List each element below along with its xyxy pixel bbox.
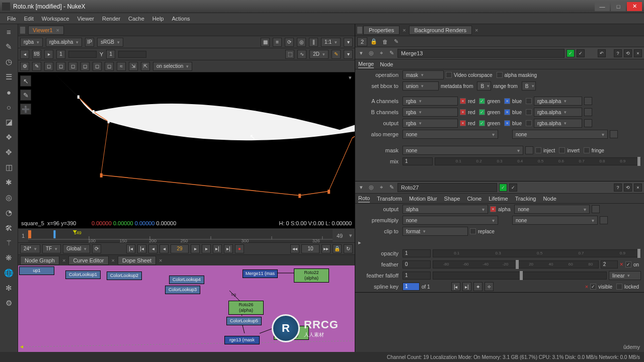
tab-merge[interactable]: Merge — [358, 60, 374, 68]
arrow-tool-icon[interactable]: ↖ — [20, 75, 31, 86]
y-value[interactable]: 1 — [106, 50, 115, 59]
spline-field[interactable]: 1 — [403, 283, 420, 291]
ip-button[interactable]: IP — [85, 38, 94, 47]
lock-icon[interactable]: 🔒 — [333, 244, 342, 253]
bchannels-dropdown[interactable]: rgba — [403, 108, 458, 117]
selection-mode-dropdown[interactable]: on selection — [153, 62, 192, 71]
out-dropdown[interactable]: rgba — [403, 119, 458, 128]
premult-menu-icon[interactable] — [600, 216, 608, 224]
inject-cb[interactable] — [535, 147, 541, 153]
menu-edit[interactable]: Edit — [20, 15, 38, 23]
amask-checkbox[interactable] — [497, 72, 503, 78]
wrench-icon[interactable]: 🛠 — [4, 222, 15, 233]
rchk1-icon[interactable]: ✓ — [499, 184, 507, 192]
rrevert-icon[interactable]: ⟲ — [624, 184, 632, 192]
node-merge13[interactable]: rge13 (mask — [224, 336, 260, 344]
sync-icon[interactable]: ⟳ — [92, 244, 101, 253]
ach-blue-cb[interactable]: × — [504, 98, 510, 104]
timeline-menu-icon[interactable]: ▾ — [347, 232, 355, 239]
picker-icon[interactable]: ✎ — [32, 62, 41, 71]
key-add-icon[interactable]: ✦ — [473, 282, 482, 291]
prev-icon[interactable]: ◂ — [20, 50, 29, 59]
collapse-icon[interactable]: ▾ — [357, 49, 365, 57]
key-first-icon[interactable]: |◂ — [451, 282, 460, 291]
maximize-button[interactable]: □ — [611, 2, 626, 11]
undo-icon[interactable]: ↶ — [598, 49, 606, 57]
node-colorlookup5[interactable]: ColorLookup5 — [226, 317, 262, 325]
pane-handle[interactable] — [20, 27, 25, 34]
circle-outline-icon[interactable]: ○ — [4, 102, 15, 113]
layers-icon[interactable]: ❖ — [4, 132, 15, 143]
menu-cache[interactable]: Cache — [124, 15, 148, 23]
out-alpha-dropdown[interactable]: rgba.alpha — [534, 119, 582, 128]
gear-icon[interactable]: ⚙ — [4, 298, 15, 309]
also-menu-icon[interactable] — [610, 130, 618, 138]
ach-extra-cb[interactable] — [526, 98, 532, 104]
menu-icon[interactable]: ≡ — [4, 26, 15, 37]
close-panel-icon[interactable]: × — [634, 49, 642, 57]
t9-icon[interactable]: ⇱ — [141, 62, 150, 71]
pen-icon[interactable]: ✎ — [4, 41, 15, 52]
viewer-refresh-icon[interactable]: ⟳ — [285, 38, 294, 47]
fstop-field[interactable]: f/8 — [32, 50, 41, 59]
out-menu-icon[interactable] — [584, 119, 592, 127]
viewer-pause-icon[interactable]: ‖ — [309, 38, 318, 47]
viewer-target-icon[interactable]: ◎ — [297, 38, 306, 47]
node-colorlookup3[interactable]: ColorLookup3 — [165, 286, 200, 294]
key-remove-icon[interactable]: ✧ — [485, 282, 494, 291]
falloff-field[interactable]: 1 — [403, 272, 431, 280]
menu-render[interactable]: Render — [98, 15, 124, 23]
help-icon[interactable]: ? — [614, 49, 622, 57]
trash-icon[interactable]: 🗑 — [380, 37, 389, 46]
premult2-dropdown[interactable]: none — [512, 216, 598, 225]
loop-icon[interactable]: ↻ — [344, 244, 353, 253]
timeline-track[interactable]: 149 100 150 200 250 300 326 — [28, 229, 333, 242]
fps-dropdown[interactable]: 24* — [20, 244, 40, 253]
menu-workspace[interactable]: Workspace — [38, 15, 73, 23]
find2-icon[interactable]: ⌖ — [377, 184, 385, 192]
t4-icon[interactable]: ◻ — [80, 62, 90, 71]
rhelp-icon[interactable]: ? — [614, 184, 622, 192]
viewer-menu2-icon[interactable]: ▾ — [344, 50, 353, 59]
locked-cb[interactable] — [616, 284, 622, 290]
close-bgr-icon[interactable]: × — [473, 27, 480, 33]
wand-icon[interactable]: ⚚ — [4, 237, 15, 248]
mix-field[interactable]: 1 — [403, 157, 433, 165]
tab-node[interactable]: Node — [380, 61, 393, 68]
tab-close-icon[interactable]: × — [56, 27, 59, 33]
opacity-slider[interactable]: 0.10.30.50.70.9 — [433, 249, 641, 257]
minimize-button[interactable]: — — [595, 2, 610, 11]
clock-icon[interactable]: ◷ — [4, 56, 15, 67]
ralpha-cb[interactable]: × — [490, 206, 496, 212]
next-icon[interactable]: ▸ — [44, 50, 53, 59]
out-extra-cb[interactable] — [526, 120, 532, 126]
menu-actions[interactable]: Actions — [168, 15, 194, 23]
node-name-field[interactable]: Merge13 — [397, 49, 565, 58]
feather-slider[interactable]: -80-60-40-2020406080 — [433, 260, 599, 268]
record-icon[interactable]: ● — [235, 244, 244, 253]
out-red-cb[interactable]: × — [460, 120, 466, 126]
atom-icon[interactable]: ❋ — [4, 252, 15, 263]
ach-red-cb[interactable]: × — [460, 98, 466, 104]
node-roto26[interactable]: Roto26(alpha) — [228, 301, 264, 315]
last-frame-icon[interactable]: ▸| — [224, 244, 233, 253]
settings-icon[interactable]: ✻ — [4, 283, 15, 294]
node-colorlookup1[interactable]: ColorLookup1 — [65, 270, 101, 279]
sparkle-icon[interactable]: ✱ — [4, 177, 15, 188]
find-icon[interactable]: ⌖ — [377, 49, 385, 57]
viewer-menu-icon[interactable]: ▾ — [344, 38, 353, 47]
fstop-n[interactable]: 1 — [56, 50, 65, 59]
add-point-icon[interactable]: ➕ — [20, 104, 31, 115]
bch-green-cb[interactable]: ✓ — [479, 109, 485, 115]
skip-back-icon[interactable]: ◂◂ — [290, 244, 299, 253]
move-icon[interactable]: ✥ — [4, 147, 15, 158]
feather-field[interactable]: 0 — [403, 260, 431, 268]
tab-shape[interactable]: Shape — [444, 195, 460, 202]
colorspace-dropdown[interactable]: sRGB — [97, 38, 123, 47]
node-merge11[interactable]: Merge11 (mas — [243, 269, 278, 278]
channel1-dropdown[interactable]: rgba — [20, 38, 43, 47]
bch-menu-icon[interactable] — [584, 108, 592, 116]
ach-alpha-dropdown[interactable]: rgba.alpha — [534, 97, 582, 106]
zoom-dropdown[interactable]: 1:1 — [321, 38, 341, 47]
menu-viewer[interactable]: Viewer — [73, 15, 98, 23]
